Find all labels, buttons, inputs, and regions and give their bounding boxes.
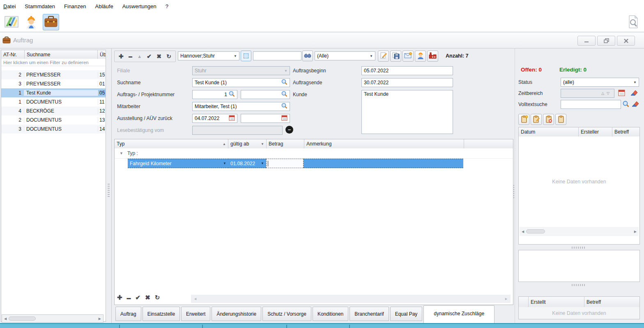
confirm-icon[interactable]: ✔ (147, 53, 152, 60)
cancel-icon[interactable]: ✖ (156, 53, 161, 60)
auftragsende-field[interactable]: 30.07.2022 (361, 78, 453, 87)
menu-item-datei[interactable]: Datei (3, 3, 16, 9)
column-header-betreff2[interactable]: Betreff (584, 297, 639, 307)
table-row[interactable]: 3 PREYMESSER 01 (1, 79, 106, 88)
search-icon[interactable] (281, 91, 288, 98)
note-preview-box[interactable] (518, 250, 640, 282)
suchname-field[interactable]: Test Kunde (1) (192, 78, 290, 87)
mitarbeiter-field[interactable]: Mitarbeiter, Test (1) (192, 102, 290, 111)
gueltig-ab-cell-select[interactable]: 01.08.2022 ▼ (228, 159, 266, 168)
tab-auftrag[interactable]: Auftrag (115, 307, 141, 321)
cancel-row-icon[interactable]: ✖ (145, 294, 150, 301)
table-row[interactable]: 4 BECKRÖGE 12 (1, 106, 106, 115)
scrollbar-thumb[interactable] (9, 316, 36, 321)
scroll-left-icon[interactable]: ◄ (193, 297, 197, 301)
confirm-row-icon[interactable]: ✔ (136, 294, 141, 301)
tab-einsatzstelle[interactable]: Einsatzstelle (143, 307, 180, 321)
save-button[interactable] (390, 51, 401, 62)
search-icon[interactable] (281, 103, 288, 110)
refresh-icon[interactable]: ↻ (166, 53, 171, 60)
auftragsnummer-field[interactable]: 1 (192, 90, 237, 99)
branch-filter-select[interactable]: Hannover;Stuhr ▼ (178, 51, 239, 60)
left-splitter-handle[interactable] (108, 184, 110, 198)
column-header-erstellt[interactable]: Erstellt (529, 297, 584, 307)
notes-hscrollbar[interactable]: ◀ ▶ (520, 227, 639, 236)
type-filter-select[interactable]: (Alle) ▼ (315, 51, 375, 60)
auev-zurueck-date-field[interactable] (241, 114, 290, 123)
grid-hscrollbar[interactable]: ◄ ► (191, 295, 511, 303)
status-select[interactable]: (alle) ▼ (561, 78, 639, 87)
scrollbar-thumb[interactable] (526, 229, 545, 233)
remove-row-icon[interactable]: ▬ (127, 296, 131, 300)
close-button[interactable] (617, 36, 635, 46)
up-icon[interactable]: ▲ (137, 54, 142, 59)
add-record-icon[interactable]: ✚ (119, 53, 124, 60)
order-module-button[interactable] (43, 14, 59, 30)
column-header-ersteller[interactable]: Ersteller (579, 127, 612, 136)
tab-equal-pay[interactable]: Equal Pay (390, 307, 423, 321)
employee-module-button[interactable] (23, 14, 39, 30)
grid-column-betrag[interactable]: Betrag (267, 139, 304, 148)
new-note-button[interactable] (518, 114, 529, 125)
table-row[interactable]: 2 PREYMESSER 15 (1, 70, 106, 79)
tab-konditionen[interactable]: Konditionen (313, 307, 348, 321)
edit-note-button[interactable] (531, 114, 542, 125)
projektnummer-field[interactable] (241, 90, 290, 99)
employee-link-button[interactable] (415, 51, 426, 62)
volltextsuche-clear-button[interactable] (631, 100, 640, 109)
table-row[interactable]: 1 DOCUMENTUS 11 (1, 97, 106, 106)
volltextsuche-search-button[interactable] (621, 100, 630, 109)
anmerkung-cell[interactable] (304, 159, 463, 168)
calendar-icon[interactable] (229, 115, 235, 122)
customer-link-button[interactable] (427, 51, 438, 62)
tab-branchentarif[interactable]: Branchentarif (350, 307, 389, 321)
email-button[interactable] (402, 51, 414, 62)
grid-group-row[interactable]: ▼ Typ : (115, 148, 513, 159)
column-header-betreff[interactable]: Betreff (612, 127, 639, 136)
betrag-cell-input[interactable] (266, 159, 304, 168)
group-collapse-icon[interactable]: ▼ (120, 151, 123, 155)
volltextsuche-input[interactable] (561, 100, 621, 109)
scroll-right-icon[interactable]: ▶ (632, 230, 639, 233)
edit-document-button[interactable] (378, 51, 389, 62)
grid-row-selected[interactable]: Fahrgeld Kilometer ▼ 01.08.2022 ▼ (115, 159, 513, 168)
restore-button[interactable] (597, 36, 615, 46)
column-header-datum[interactable]: Datum (519, 127, 579, 136)
search-icon[interactable] (229, 91, 235, 98)
refresh-rows-icon[interactable]: ↻ (155, 294, 160, 301)
menu-item-ablaeufe[interactable]: Abläufe (95, 3, 113, 9)
tab-schutz-vorsorge[interactable]: Schutz / Vorsorge (262, 307, 311, 321)
table-row[interactable]: 2 DOCUMENTUS 13 (1, 115, 106, 125)
filter-down-icon[interactable]: ▼ (261, 142, 264, 146)
column-header-ueb[interactable]: Üb (98, 50, 106, 59)
auftragsbeginn-field[interactable]: 05.07.2022 (361, 66, 453, 75)
column-header-atnr[interactable]: AT-Nr. (1, 50, 25, 59)
scroll-left-icon[interactable]: ◀ (2, 317, 9, 321)
quick-search-input[interactable] (253, 51, 301, 60)
zeitbereich-clear-button[interactable] (628, 89, 639, 98)
copy-note-button[interactable] (555, 114, 566, 125)
delete-note-button[interactable] (543, 114, 554, 125)
scroll-right-icon[interactable]: ▶ (97, 317, 103, 321)
remove-confirmation-button[interactable]: − (285, 126, 293, 134)
ausstellung-date-field[interactable]: 04.07.2022 (192, 114, 237, 123)
menu-item-auswertungen[interactable]: Auswertungen (122, 3, 156, 9)
menu-item-stammdaten[interactable]: Stammdaten (25, 3, 55, 9)
map-module-button[interactable] (3, 14, 20, 30)
spin-up-down-icons[interactable]: △▽ (601, 91, 612, 95)
kunde-textarea[interactable]: Test Kunde (361, 90, 453, 134)
table-row-selected[interactable]: 1 Test Kunde 05 (1, 88, 106, 97)
table-row[interactable]: 3 DOCUMENTUS 14 (1, 125, 106, 134)
minimize-button[interactable] (577, 36, 596, 46)
scroll-left-icon[interactable]: ◀ (520, 230, 526, 233)
zeitbereich-calendar-button[interactable] (616, 89, 627, 98)
remove-record-icon[interactable]: ▬ (129, 54, 132, 58)
grid-column-gueltig-ab[interactable]: gültig ab ▼ (228, 139, 267, 148)
typ-cell-select[interactable]: Fahrgeld Kilometer ▼ (128, 159, 228, 168)
menu-item-help[interactable]: ? (166, 3, 168, 9)
calendar-icon[interactable] (281, 115, 288, 122)
menu-item-finanzen[interactable]: Finanzen (64, 3, 86, 9)
grid-column-anmerkung[interactable]: Anmerkung (304, 139, 464, 148)
branch-selection-button[interactable] (241, 51, 251, 61)
tab-erweitert[interactable]: Erweitert (181, 307, 210, 321)
